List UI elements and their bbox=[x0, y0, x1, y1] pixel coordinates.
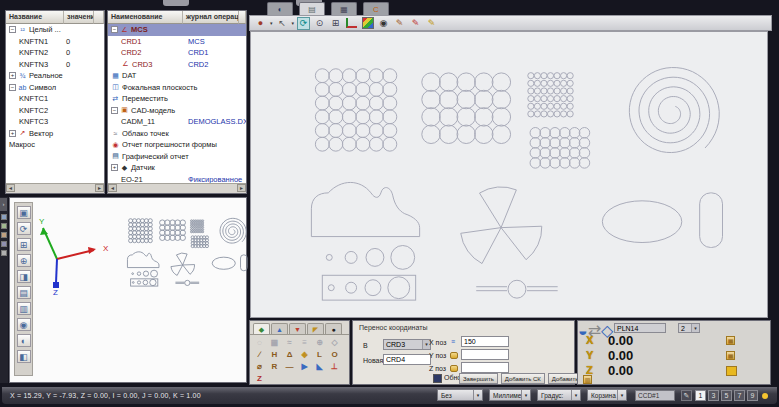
pen-tool-button[interactable]: ✎ bbox=[681, 390, 692, 401]
view-top-icon[interactable]: ▥ bbox=[17, 302, 31, 315]
palette-tab-special[interactable]: ● bbox=[325, 323, 342, 334]
chevron-down-icon[interactable]: ▾ bbox=[270, 20, 273, 26]
rotate-view-icon[interactable]: ⟳ bbox=[17, 222, 31, 235]
tree-expander-icon[interactable]: − bbox=[9, 84, 16, 91]
expand-strip-button[interactable]: › bbox=[0, 198, 7, 211]
column-header[interactable]: журнал операций bbox=[183, 11, 239, 24]
strip-icon[interactable] bbox=[1, 223, 7, 229]
scroll-right-arrow[interactable]: ► bbox=[95, 184, 104, 192]
target-cs-select[interactable]: CRD3 ▾ bbox=[383, 339, 431, 350]
strip-icon[interactable] bbox=[1, 241, 7, 247]
tree-row[interactable]: KNFTC1 bbox=[6, 93, 104, 105]
zigzag-tool-icon[interactable]: Z bbox=[252, 373, 267, 385]
tolerance-icon[interactable]: ▦ bbox=[726, 336, 735, 345]
page-button-9[interactable]: 9 bbox=[747, 390, 758, 401]
flag-tool-icon[interactable]: ▶ bbox=[297, 361, 312, 373]
shading-icon[interactable]: ◐ bbox=[17, 334, 31, 347]
probe-sphere-button[interactable]: ● bbox=[254, 17, 267, 30]
angle-tool-icon[interactable]: Δ bbox=[282, 349, 297, 361]
tree-row[interactable]: ◫Фокальная плоскость bbox=[108, 82, 246, 94]
diamond-tool-icon[interactable]: ◈ bbox=[297, 349, 312, 361]
display-mode-icon[interactable]: ▣ bbox=[17, 206, 31, 219]
tab-drawing-view[interactable]: ▤ bbox=[299, 2, 325, 15]
refresh-view-button[interactable]: ⟳ bbox=[297, 17, 310, 30]
tree-row[interactable]: CADM_11DEMOGLASS.DXF bbox=[108, 116, 246, 128]
new-cs-input[interactable] bbox=[383, 354, 431, 365]
column-header[interactable]: Наименование bbox=[108, 11, 183, 24]
horizontal-scrollbar[interactable]: ◄► bbox=[6, 183, 104, 193]
tree-row[interactable]: CRD1MCS bbox=[108, 36, 246, 48]
scroll-left-arrow[interactable]: ◄ bbox=[108, 184, 117, 192]
view-front-icon[interactable]: ▤ bbox=[17, 286, 31, 299]
tree-row[interactable]: −¹²Целый ... bbox=[6, 24, 104, 36]
curve-tool-icon[interactable]: ≈ bbox=[282, 337, 297, 349]
tree-row[interactable]: ◉Отчет погрешности формы bbox=[108, 139, 246, 151]
line-tool-icon[interactable]: ∕ bbox=[252, 349, 267, 361]
corner-tool-icon[interactable]: L bbox=[312, 349, 327, 361]
tree-row[interactable]: KNFTC3 bbox=[6, 116, 104, 128]
tree-expander-icon[interactable]: + bbox=[111, 164, 118, 171]
axes-toggle-button[interactable] bbox=[345, 17, 358, 30]
tree-expander-icon[interactable]: + bbox=[9, 72, 16, 79]
mode-icon[interactable]: ▥ bbox=[583, 375, 592, 384]
tab-cad-view[interactable]: C bbox=[363, 2, 389, 15]
view-settings-icon[interactable]: ◧ bbox=[17, 350, 31, 363]
horizontal-scrollbar[interactable]: ◄► bbox=[108, 183, 246, 193]
palette-tab-report[interactable]: ◤ bbox=[307, 323, 324, 334]
update-copies-checkbox[interactable] bbox=[433, 374, 442, 383]
column-header[interactable]: Название bbox=[6, 11, 64, 24]
tree-row[interactable]: KNFTC2 bbox=[6, 105, 104, 117]
strip-icon[interactable] bbox=[1, 250, 7, 256]
tree-expander-icon[interactable]: − bbox=[9, 26, 16, 33]
tab-video-view[interactable]: ◐ bbox=[267, 2, 293, 15]
tree-row[interactable]: ▤Графический отчет bbox=[108, 151, 246, 163]
palette-tab-program[interactable]: ▼ bbox=[289, 323, 306, 334]
brush-button[interactable]: ✎ bbox=[409, 17, 422, 30]
column-header[interactable]: значение bbox=[64, 11, 94, 24]
add-cs-button[interactable]: Добавить СК bbox=[501, 373, 545, 384]
tree-expander-icon[interactable]: − bbox=[111, 26, 118, 33]
cad-canvas[interactable] bbox=[250, 31, 768, 318]
units-select[interactable]: Миллиметр▾ bbox=[489, 389, 531, 401]
basket-select[interactable]: Корзина▾ bbox=[587, 389, 627, 401]
page-button-5[interactable]: 5 bbox=[721, 390, 732, 401]
scroll-right-arrow[interactable]: ► bbox=[237, 184, 246, 192]
height-tool-icon[interactable]: H bbox=[267, 349, 282, 361]
tree-row[interactable]: ≈Облако точек bbox=[108, 128, 246, 140]
finish-button[interactable]: Завершить bbox=[459, 373, 498, 384]
page-button-7[interactable]: 7 bbox=[734, 390, 745, 401]
annotate-button[interactable]: ✎ bbox=[393, 17, 406, 30]
zoom-button[interactable]: ⊙ bbox=[313, 17, 326, 30]
pen-button[interactable]: ✎ bbox=[425, 17, 438, 30]
color-palette-button[interactable] bbox=[361, 17, 374, 30]
palette-tab-measure[interactable]: ◆ bbox=[253, 323, 270, 334]
scroll-left-arrow[interactable]: ◄ bbox=[6, 184, 15, 192]
tree-row[interactable]: ⇄Переместить bbox=[108, 93, 246, 105]
tree-row[interactable]: KNFTN10 bbox=[6, 36, 104, 48]
zoom-extents-button[interactable]: ⊞ bbox=[329, 17, 342, 30]
tab-report-view[interactable]: ▦ bbox=[331, 2, 357, 15]
grid-tool-icon[interactable]: ▦ bbox=[267, 337, 282, 349]
radius-tool-icon[interactable]: R bbox=[267, 361, 282, 373]
tree-row[interactable]: −∠MCS bbox=[108, 24, 246, 36]
page-button-1[interactable]: 1 bbox=[695, 390, 706, 401]
distance-tool-icon[interactable]: — bbox=[282, 361, 297, 373]
page-button-3[interactable]: 3 bbox=[708, 390, 719, 401]
zoom-window-icon[interactable]: ⊞ bbox=[17, 238, 31, 251]
tree-row[interactable]: ▦DAT bbox=[108, 70, 246, 82]
tree-expander-icon[interactable]: + bbox=[9, 130, 16, 137]
strip-icon[interactable] bbox=[1, 214, 7, 220]
camera-field[interactable] bbox=[635, 390, 675, 401]
zoom-fit-icon[interactable]: ⊕ bbox=[17, 254, 31, 267]
strip-icon[interactable] bbox=[1, 232, 7, 238]
lines-tool-icon[interactable]: ≡ bbox=[297, 337, 312, 349]
slope-tool-icon[interactable]: ◣ bbox=[312, 361, 327, 373]
y-pos-input[interactable] bbox=[461, 349, 509, 360]
tree-row[interactable]: CRD2CRD1 bbox=[108, 47, 246, 59]
tree-row[interactable]: +◆Датчик bbox=[108, 162, 246, 174]
count-select[interactable]: 2 ▾ bbox=[678, 323, 700, 333]
visibility-button[interactable]: ◉ bbox=[377, 17, 390, 30]
tree-row[interactable]: +¾Реальное bbox=[6, 70, 104, 82]
tree-row[interactable]: −▣CAD-модель bbox=[108, 105, 246, 117]
x-pos-input[interactable] bbox=[461, 336, 509, 347]
